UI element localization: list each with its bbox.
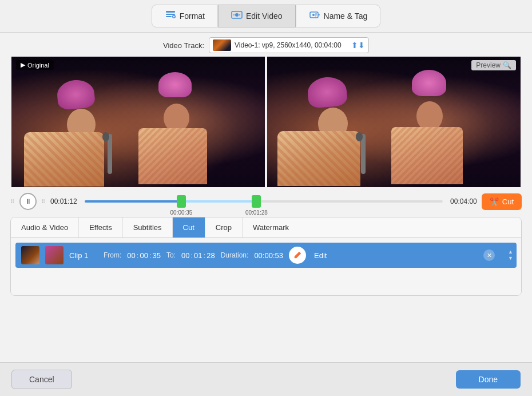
bottom-bar: Cancel Done <box>0 362 532 396</box>
original-preview-panel: ▶ Original <box>11 57 265 187</box>
dropdown-arrow-icon: ⬆⬇ <box>351 41 365 50</box>
from-s: 35 <box>153 251 161 260</box>
edited-preview-panel: Preview 🔍 <box>267 57 521 187</box>
to-m: 01 <box>194 251 202 260</box>
done-label: Done <box>479 375 498 384</box>
edited-video: Preview 🔍 <box>267 57 521 187</box>
to-h: 00 <box>181 251 189 260</box>
main-content: Video Track: Video-1: vp9, 2560x1440, 00… <box>0 33 532 362</box>
clip-name: Clip 1 <box>69 251 98 260</box>
edit-panel: Audio & Video Effects Subtitles Cut Crop… <box>10 217 522 296</box>
from-label: From: <box>104 251 121 259</box>
preview-label-text: Preview <box>476 61 501 69</box>
edit-text-label: Edit <box>314 251 327 260</box>
drag-handle-icon-2: ⠿ <box>41 199 46 205</box>
trim-handle-right[interactable]: 00:01:28 <box>252 195 261 208</box>
duration-value: 00:00:53 <box>254 251 283 260</box>
tab-watermark-label: Watermark <box>253 223 289 232</box>
tab-cut[interactable]: Cut <box>173 217 205 237</box>
timeline-scrubber[interactable]: 00:00:35 00:01:28 <box>85 196 443 207</box>
pause-button[interactable]: ⏸ <box>19 193 37 210</box>
clip-thumbnail-1 <box>21 246 39 264</box>
preview-row: ▶ Original <box>0 57 532 187</box>
tab-edit-video[interactable]: Edit Video <box>218 5 296 27</box>
video-track-label: Video Track: <box>163 41 204 50</box>
scroll-arrows: ▲ ▼ <box>508 249 513 262</box>
timeline-track: 00:00:35 00:01:28 <box>85 200 443 203</box>
drag-handle-icon: ⠿ <box>10 199 15 205</box>
cut-icon: ✂️ <box>490 197 499 206</box>
cut-button[interactable]: ✂️ Cut <box>482 193 522 210</box>
scroll-down-icon[interactable]: ▼ <box>508 255 513 262</box>
timeline-progress <box>85 200 181 203</box>
pause-icon: ⏸ <box>25 197 31 205</box>
tab-subtitles[interactable]: Subtitles <box>123 217 173 237</box>
tab-audio-video[interactable]: Audio & Video <box>11 217 79 237</box>
playback-controls: ⠿ ⏸ ⠿ 00:01:12 00:00:35 00:01:28 00:04:0… <box>0 191 532 212</box>
search-zoom-icon: 🔍 <box>503 61 511 69</box>
clip-edit-text-button[interactable]: Edit <box>314 251 327 260</box>
clip-row: Clip 1 From: 00 : 00 : 35 To: 00 : 01 : … <box>15 243 517 268</box>
handle-left-time: 00:00:35 <box>170 209 192 216</box>
tab-name-tag-label: Name & Tag <box>324 11 368 21</box>
from-h: 00 <box>127 251 135 260</box>
scroll-up-icon[interactable]: ▲ <box>508 249 513 255</box>
video-track-bar: Video Track: Video-1: vp9, 2560x1440, 00… <box>0 33 532 57</box>
top-tab-bar: Format Edit Video Name & Tag <box>0 0 532 33</box>
cancel-button[interactable]: Cancel <box>11 370 72 389</box>
tab-watermark[interactable]: Watermark <box>243 217 299 237</box>
tab-effects[interactable]: Effects <box>79 217 123 237</box>
clip-close-button[interactable]: ✕ <box>483 250 495 261</box>
original-label: ▶ Original <box>16 60 54 70</box>
clip-list: Clip 1 From: 00 : 00 : 35 To: 00 : 01 : … <box>11 238 521 295</box>
tab-crop[interactable]: Crop <box>205 217 243 237</box>
cancel-label: Cancel <box>29 375 54 384</box>
svg-rect-0 <box>166 11 175 13</box>
play-mini-icon: ▶ <box>21 61 25 69</box>
tab-audio-video-label: Audio & Video <box>21 223 68 232</box>
sep1: : <box>137 251 139 260</box>
tab-format[interactable]: Format <box>152 5 218 27</box>
sep3: : <box>190 251 193 260</box>
svg-point-12 <box>312 14 315 16</box>
svg-rect-2 <box>166 16 172 17</box>
edit-video-icon <box>231 9 243 23</box>
tab-name-tag[interactable]: Name & Tag <box>296 5 381 27</box>
original-video: ▶ Original <box>11 57 265 187</box>
edit-pencil-icon <box>293 251 302 260</box>
tab-format-label: Format <box>180 11 205 21</box>
original-label-text: Original <box>27 62 49 69</box>
to-s: 28 <box>207 251 215 260</box>
svg-rect-1 <box>166 14 175 15</box>
svg-point-7 <box>235 13 239 17</box>
preview-label-right: Preview 🔍 <box>471 60 516 70</box>
name-tag-icon <box>309 9 320 23</box>
to-label: To: <box>166 251 176 259</box>
tab-crop-label: Crop <box>216 223 232 232</box>
format-icon <box>165 9 176 23</box>
timeline-active-region <box>181 200 256 203</box>
total-time-display: 00:04:00 <box>447 197 477 205</box>
tab-subtitles-label: Subtitles <box>133 223 162 232</box>
svg-rect-5 <box>173 17 174 17</box>
sep2: : <box>149 251 152 260</box>
to-time: 00 : 01 : 28 <box>181 251 215 260</box>
tab-effects-label: Effects <box>89 223 112 232</box>
video-track-select[interactable]: Video-1: vp9, 2560x1440, 00:04:00 ⬆⬇ <box>209 37 369 53</box>
tab-cut-label: Cut <box>183 223 194 232</box>
sep4: : <box>204 251 206 260</box>
video-track-value: Video-1: vp9, 2560x1440, 00:04:00 <box>235 41 342 49</box>
clip-edit-icon-button[interactable] <box>289 247 306 264</box>
duration-label: Duration: <box>221 251 249 259</box>
edit-tabs: Audio & Video Effects Subtitles Cut Crop… <box>11 217 521 238</box>
from-time: 00 : 00 : 35 <box>127 251 161 260</box>
clip-thumbnail-2 <box>45 246 63 264</box>
trim-handle-left[interactable]: 00:00:35 <box>177 195 186 208</box>
cut-label: Cut <box>502 197 514 206</box>
tab-edit-video-label: Edit Video <box>246 11 283 21</box>
done-button[interactable]: Done <box>456 370 521 389</box>
handle-right-time: 00:01:28 <box>245 209 268 216</box>
current-time-display: 00:01:12 <box>50 197 80 205</box>
from-m: 00 <box>140 251 148 260</box>
track-thumbnail <box>213 39 231 51</box>
